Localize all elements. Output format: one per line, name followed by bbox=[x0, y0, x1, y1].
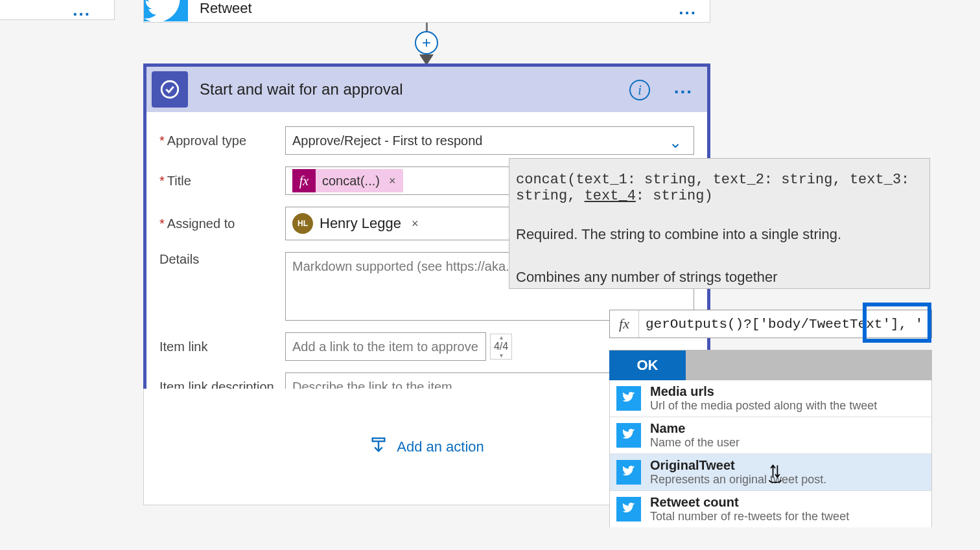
dynamic-content-list: Media urls Url of the media posted along… bbox=[609, 380, 932, 527]
twitter-icon bbox=[616, 386, 641, 411]
add-step-button[interactable]: + bbox=[415, 31, 438, 54]
avatar: HL bbox=[292, 213, 313, 234]
item-link-placeholder: Add a link to the item to approve bbox=[292, 339, 478, 354]
add-action-icon bbox=[369, 436, 388, 458]
more-icon[interactable]: ... bbox=[73, 0, 91, 20]
ok-button[interactable]: OK bbox=[609, 350, 686, 380]
dynamic-item-name: Retweet count bbox=[650, 495, 849, 510]
person-name: Henry Legge bbox=[320, 215, 401, 232]
label-title: Title bbox=[167, 174, 191, 189]
retweet-title: Retweet bbox=[200, 0, 252, 17]
retweet-card[interactable]: Retweet ... bbox=[143, 0, 710, 23]
dynamic-item-original-tweet[interactable]: OriginalTweet Represents an original twe… bbox=[610, 454, 931, 491]
remove-person-button[interactable]: × bbox=[412, 217, 419, 231]
fx-icon: fx bbox=[610, 310, 639, 338]
counter-stepper[interactable]: ▴ 4/4 ▾ bbox=[490, 334, 512, 360]
dynamic-item-name-user[interactable]: Name Name of the user bbox=[610, 417, 931, 454]
expression-text[interactable]: gerOutputs()?['body/TweetText'], ' ', | bbox=[639, 317, 931, 332]
row-approval-type: *Approval type Approve/Reject - First to… bbox=[159, 126, 694, 155]
function-tooltip: concat(text_1: string, text_2: string, t… bbox=[509, 158, 930, 289]
twitter-icon bbox=[616, 460, 641, 485]
tooltip-signature: concat(text_1: string, text_2: string, t… bbox=[516, 172, 916, 204]
dynamic-item-desc: Represents an original tweet post. bbox=[650, 473, 826, 487]
item-link-input[interactable]: Add a link to the item to approve bbox=[285, 332, 486, 361]
add-action-button[interactable]: Add an action bbox=[369, 436, 484, 458]
details-placeholder: Markdown supported (see https://aka. bbox=[292, 259, 509, 274]
tooltip-description: Combines any number of strings together bbox=[516, 269, 916, 286]
dynamic-item-name: OriginalTweet bbox=[650, 458, 826, 473]
counter-value: 4/4 bbox=[491, 341, 511, 352]
twitter-icon bbox=[616, 497, 641, 521]
dynamic-item-media-urls[interactable]: Media urls Url of the media posted along… bbox=[610, 380, 931, 417]
approval-icon bbox=[152, 71, 188, 108]
twitter-icon bbox=[144, 0, 188, 21]
dynamic-item-name: Media urls bbox=[650, 384, 877, 399]
person-chip: HL Henry Legge × bbox=[292, 213, 419, 234]
dynamic-item-desc: Total number of re-tweets for the tweet bbox=[650, 510, 849, 523]
dynamic-item-desc: Name of the user bbox=[650, 436, 740, 450]
label-approval-type: Approval type bbox=[167, 133, 246, 148]
expression-chip-text: concat(...) bbox=[322, 174, 380, 189]
twitter-icon bbox=[616, 423, 641, 448]
dynamic-item-retweet-count[interactable]: Retweet count Total number of re-tweets … bbox=[610, 491, 931, 527]
ok-bar: OK bbox=[609, 350, 932, 381]
dynamic-item-name: Name bbox=[650, 421, 740, 436]
label-details: Details bbox=[159, 252, 199, 267]
stepper-down-icon[interactable]: ▾ bbox=[491, 352, 511, 359]
label-assigned-to: Assigned to bbox=[167, 216, 235, 231]
approval-title: Start and wait for an approval bbox=[200, 80, 403, 98]
label-item-link: Item link bbox=[159, 339, 207, 354]
fx-icon: fx bbox=[292, 169, 316, 192]
expression-chip[interactable]: fx concat(...) × bbox=[292, 169, 403, 192]
approval-type-value: Approve/Reject - First to respond bbox=[292, 133, 482, 148]
tooltip-required: Required. The string to combine into a s… bbox=[516, 226, 916, 243]
add-action-label: Add an action bbox=[397, 439, 484, 455]
dynamic-item-desc: Url of the media posted along with the t… bbox=[650, 399, 877, 413]
chevron-down-icon: ⌄ bbox=[669, 133, 682, 152]
remove-chip-button[interactable]: × bbox=[386, 172, 399, 190]
expression-input-row[interactable]: fx gerOutputs()?['body/TweetText'], ' ',… bbox=[609, 310, 932, 338]
more-icon[interactable]: ... bbox=[674, 77, 693, 98]
info-icon[interactable]: i bbox=[629, 80, 650, 100]
approval-type-dropdown[interactable]: Approve/Reject - First to respond ⌄ bbox=[285, 126, 694, 155]
approval-header[interactable]: Start and wait for an approval i ... bbox=[146, 67, 707, 112]
svg-rect-1 bbox=[373, 438, 385, 441]
svg-point-0 bbox=[161, 81, 178, 98]
sidebar-card: ... bbox=[0, 0, 115, 20]
more-icon[interactable]: ... bbox=[679, 0, 697, 19]
stepper-up-icon[interactable]: ▴ bbox=[491, 334, 511, 341]
